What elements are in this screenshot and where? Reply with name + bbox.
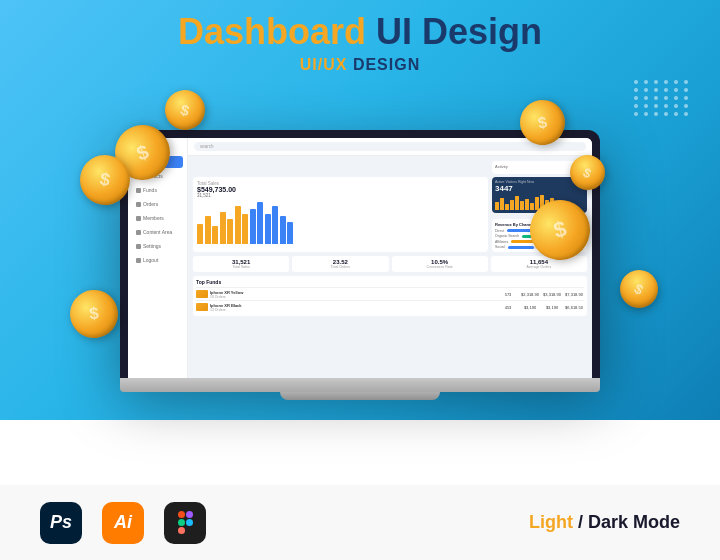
- members-icon: [136, 216, 141, 221]
- total-sales-value: $549,735.00: [197, 186, 484, 193]
- mini-bar: [530, 203, 534, 210]
- metrics-row: 31,521Total Sales23.52Total Orders10.5%C…: [193, 256, 587, 272]
- chart-bar: [287, 222, 293, 244]
- subtitle-uiux: UI/UX: [300, 56, 353, 73]
- channel-label: Social: [495, 245, 505, 249]
- stats-section: Total Sales $549,735.00 31,521 Activity …: [193, 161, 587, 252]
- price-cell: $3,190: [520, 305, 540, 310]
- chart-bar: [220, 212, 226, 244]
- channel-label: Organic Search: [495, 234, 519, 238]
- chart-bar: [212, 226, 218, 244]
- channel-bar-fill: [508, 246, 534, 249]
- main-title: Dashboard UI Design: [0, 12, 720, 52]
- product-info: Iphone XR Black 13 Orders: [210, 303, 496, 312]
- mini-bar: [495, 202, 499, 210]
- bottom-bar: Ps Ai Light / Dark Mode: [0, 485, 720, 560]
- figma-dot-orange: [178, 527, 185, 534]
- figma-shape: [178, 511, 193, 534]
- table-row: Iphone XR Yellow 10 Orders 573 $2,318.90…: [196, 287, 584, 300]
- main-content: search Total Sales $549,735.00 31,521: [188, 138, 592, 378]
- sidebar-label-members: Members: [143, 215, 164, 221]
- dots-pattern: const dotsContainer = document.querySele…: [634, 80, 690, 116]
- laptop-mockup: Online Shop Dashboard Products Funds: [120, 130, 600, 400]
- metric-label: Average Orders: [494, 265, 584, 269]
- separator: /: [573, 512, 588, 532]
- total-sales-card: Total Sales $549,735.00 31,521: [193, 177, 488, 252]
- figma-dot-green: [178, 519, 185, 526]
- product-thumbnail: [196, 290, 208, 298]
- chart-bar: [227, 219, 233, 244]
- channel-label: Affiliates: [495, 240, 508, 244]
- metric-label: Total Orders: [295, 265, 385, 269]
- mini-bar: [520, 201, 524, 210]
- product-sub: 10 Orders: [210, 295, 496, 299]
- sidebar-item-orders[interactable]: Orders: [132, 198, 183, 210]
- sidebar-label-funds: Funds: [143, 187, 157, 193]
- orders-icon: [136, 202, 141, 207]
- title-dashboard: Dashboard: [178, 11, 376, 52]
- dash-body: Total Sales $549,735.00 31,521 Activity …: [188, 156, 592, 378]
- product-info: Iphone XR Yellow 10 Orders: [210, 290, 496, 299]
- sidebar-label-orders: Orders: [143, 201, 158, 207]
- sidebar-label-settings: Settings: [143, 243, 161, 249]
- sidebar-label-logout: Logout: [143, 257, 158, 263]
- tool-icons: Ps Ai: [40, 502, 206, 544]
- sale-cell: $3,318.90: [542, 292, 562, 297]
- price-cell: $2,318.90: [520, 292, 540, 297]
- sidebar-label-content: Content Area: [143, 229, 172, 235]
- chart-bar: [250, 209, 256, 244]
- header-area: Dashboard UI Design UI/UX DESIGN: [0, 12, 720, 74]
- sidebar-item-content[interactable]: Content Area: [132, 226, 183, 238]
- chart-bar: [272, 206, 278, 244]
- laptop-stand: [280, 392, 440, 400]
- sidebar-item-funds[interactable]: Funds: [132, 184, 183, 196]
- metric-card: 23.52Total Orders: [292, 256, 388, 272]
- ps-label: Ps: [50, 512, 72, 533]
- metric-card: 11,654Average Orders: [491, 256, 587, 272]
- product-sub: 13 Orders: [210, 308, 496, 312]
- figma-dot-purple: [186, 511, 193, 518]
- sale-cell: $3,190: [542, 305, 562, 310]
- illustrator-icon: Ai: [102, 502, 144, 544]
- figma-icon: [164, 502, 206, 544]
- inventory-cell: 453: [498, 305, 518, 310]
- product-thumbnail: [196, 303, 208, 311]
- metric-label: Conversion Rate: [395, 265, 485, 269]
- sidebar-item-logout[interactable]: Logout: [132, 254, 183, 266]
- mini-bar: [515, 196, 519, 210]
- settings-icon: [136, 244, 141, 249]
- chart-bar: [235, 206, 241, 244]
- visitors-count: 3447: [495, 184, 584, 193]
- chart-bar: [265, 214, 271, 244]
- laptop-base: [120, 378, 600, 392]
- activity-label: Activity: [495, 164, 508, 169]
- today-cell: $7,318.90: [564, 292, 584, 297]
- figma-dot-red: [178, 511, 185, 518]
- today-cell: $6,618.50: [564, 305, 584, 310]
- subtitle: UI/UX DESIGN: [0, 56, 720, 74]
- chart-bar: [242, 214, 248, 244]
- dashboard-ui: Online Shop Dashboard Products Funds: [128, 138, 592, 378]
- sidebar-item-settings[interactable]: Settings: [132, 240, 183, 252]
- dark-label: Dark Mode: [588, 512, 680, 532]
- table-row: Iphone XR Black 13 Orders 453 $3,190 $3,…: [196, 300, 584, 313]
- logout-icon: [136, 258, 141, 263]
- mini-bar: [505, 204, 509, 210]
- inventory-cell: 573: [498, 292, 518, 297]
- search-bar[interactable]: search: [194, 142, 586, 151]
- content-icon: [136, 230, 141, 235]
- ai-label: Ai: [114, 512, 132, 533]
- metric-label: Total Sales: [196, 265, 286, 269]
- title-ui-design: UI Design: [376, 11, 542, 52]
- product-rows: Iphone XR Yellow 10 Orders 573 $2,318.90…: [196, 287, 584, 313]
- mini-bar: [500, 198, 504, 210]
- mini-bar: [510, 200, 514, 210]
- chart-bar: [280, 216, 286, 244]
- laptop-screen-inner: Online Shop Dashboard Products Funds: [128, 138, 592, 378]
- metric-card: 31,521Total Sales: [193, 256, 289, 272]
- sidebar-item-members[interactable]: Members: [132, 212, 183, 224]
- chart-bar: [205, 216, 211, 244]
- mini-bar: [525, 199, 529, 210]
- chart-area: [197, 198, 484, 248]
- channel-label: Direct: [495, 229, 504, 233]
